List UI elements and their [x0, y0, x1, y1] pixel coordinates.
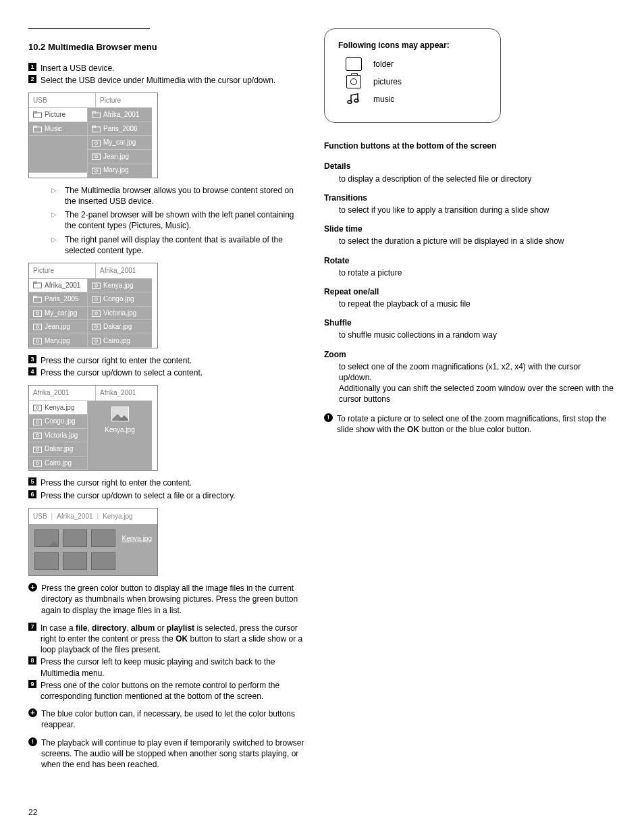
thumb [34, 529, 59, 547]
list-item: Dakar.jpg [29, 442, 87, 457]
svg-rect-36 [34, 419, 42, 425]
thumbnail-screenshot: USB| Afrika_2001| Kenya.jpg Kenya.jpg [28, 508, 158, 577]
tip-blue: The blue color button can, if necessary,… [28, 708, 305, 730]
list-item: Victoria.jpg [88, 307, 152, 321]
svg-rect-2 [34, 127, 42, 132]
tip-icon [28, 708, 37, 717]
list-item: Jean.jpg [29, 320, 87, 334]
browser-screenshot-1: USBPicture Picture Music Afrika_2001 Par… [28, 93, 158, 178]
svg-rect-34 [34, 405, 42, 411]
thumb [34, 552, 59, 570]
svg-rect-26 [92, 296, 101, 303]
list-item: Paris_2005 [29, 292, 87, 307]
step-9: 9Press one of the color buttons on the r… [28, 680, 305, 702]
svg-point-27 [95, 298, 98, 301]
music-icon [346, 93, 361, 106]
svg-rect-20 [34, 324, 42, 330]
svg-point-19 [36, 312, 39, 315]
svg-point-37 [36, 421, 39, 423]
legend-music: music [338, 93, 487, 106]
browser-screenshot-3: Afrika_2001Afrika_2001 Kenya.jpg Congo.j… [28, 385, 158, 471]
page-number: 22 [28, 807, 37, 818]
function-transitions: Transitionsto select if you like to appl… [324, 192, 616, 215]
legend-pictures: pictures [338, 75, 487, 88]
bullet: ▷The 2-panel browser will be shown with … [51, 209, 305, 231]
svg-rect-14 [34, 283, 42, 288]
svg-rect-40 [34, 447, 42, 453]
function-slide-time: Slide timeto select the duration a pictu… [324, 224, 616, 246]
svg-point-39 [36, 434, 39, 437]
function-rotate: Rotateto rotate a picture [324, 255, 616, 278]
svg-rect-32 [92, 338, 101, 344]
thumb [91, 552, 115, 570]
breadcrumb: USB| Afrika_2001| Kenya.jpg [29, 509, 157, 525]
step-4: 4Press the cursor up/down to select a co… [28, 367, 305, 378]
svg-rect-8 [92, 140, 101, 147]
bullet: ▷The right panel will display the conten… [51, 234, 305, 256]
step-3: 3Press the cursor right to enter the con… [28, 355, 305, 366]
svg-rect-22 [34, 338, 42, 344]
step-8: 8Press the cursor left to keep music pla… [28, 656, 305, 678]
list-item: Cairo.jpg [88, 334, 152, 348]
icon-legend-title: Following icons may appear: [338, 40, 487, 51]
image-preview: Kenya.jpg [88, 401, 152, 439]
list-item: Jean.jpg [88, 150, 152, 164]
list-item: Picture [29, 108, 87, 122]
list-item: Afrika_2001 [29, 279, 87, 293]
thumb [63, 529, 87, 547]
svg-point-43 [36, 462, 39, 465]
svg-point-11 [95, 155, 98, 158]
function-details: Detailsto display a description of the s… [324, 161, 616, 184]
svg-rect-0 [34, 113, 42, 118]
svg-rect-6 [92, 127, 101, 132]
svg-rect-30 [92, 324, 101, 330]
thumb [91, 529, 115, 547]
tip-green: Press the green color button to display … [28, 583, 305, 616]
section-title: 10.2 Multimedia Browser menu [28, 41, 305, 53]
svg-point-29 [95, 312, 98, 315]
step-5: 5Press the cursor right to enter the con… [28, 477, 305, 488]
browser-screenshot-2: PictureAfrika_2001 Afrika_2001 Paris_200… [28, 263, 158, 348]
function-repeat: Repeat one/allto repeat the playback of … [324, 286, 616, 309]
list-item: My_car.jpg [29, 307, 87, 321]
list-item: My_car.jpg [88, 136, 152, 150]
svg-rect-18 [34, 311, 42, 317]
list-item: Mary.jpg [88, 163, 152, 178]
tip-icon [28, 583, 37, 592]
svg-rect-12 [92, 168, 101, 174]
list-item: Kenya.jpg [88, 279, 152, 293]
svg-point-21 [36, 325, 39, 328]
svg-rect-24 [92, 283, 101, 289]
svg-point-25 [95, 284, 98, 287]
folder-icon [346, 57, 362, 71]
bullet: ▷The Multimedia browser allows you to br… [51, 185, 305, 207]
svg-point-41 [36, 448, 39, 451]
warning-playback: The playback will continue to play even … [28, 737, 305, 771]
svg-point-31 [95, 325, 98, 328]
svg-point-9 [95, 142, 98, 145]
list-item: Victoria.jpg [29, 429, 87, 443]
svg-point-35 [36, 407, 39, 409]
camera-icon [346, 75, 361, 88]
svg-point-33 [95, 340, 98, 342]
warning-rotate: To rotate a picture or to select one of … [324, 413, 616, 435]
step-6: 6Press the cursor up/down to select a fi… [28, 490, 305, 501]
step-2: 2Select the USB device under Multimedia … [28, 75, 305, 86]
list-item: Paris_2006 [88, 122, 152, 136]
svg-point-13 [95, 170, 98, 172]
list-item: Dakar.jpg [88, 320, 152, 334]
warning-icon [28, 737, 37, 746]
list-item: Congo.jpg [29, 415, 87, 429]
svg-rect-28 [92, 311, 101, 317]
icon-legend-box: Following icons may appear: folder pictu… [324, 28, 501, 123]
list-item: Mary.jpg [29, 334, 87, 348]
svg-point-23 [36, 340, 39, 342]
list-item: Kenya.jpg [29, 401, 87, 415]
function-shuffle: Shuffleto shuffle music collections in a… [324, 317, 616, 340]
list-item: Music [29, 122, 87, 136]
svg-rect-42 [34, 461, 42, 467]
svg-rect-4 [92, 113, 101, 118]
step-1: 1Insert a USB device. [28, 63, 305, 74]
list-item: Cairo.jpg [29, 457, 87, 471]
svg-rect-38 [34, 433, 42, 439]
